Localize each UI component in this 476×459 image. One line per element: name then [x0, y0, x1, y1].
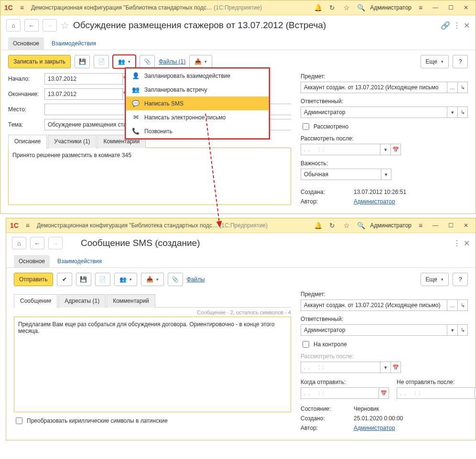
author-link[interactable]: Администратор — [354, 425, 395, 431]
help-button[interactable]: ? — [453, 273, 468, 286]
extra-dropdown[interactable]: 📥▾ — [189, 55, 212, 68]
no-send-after-input[interactable] — [397, 387, 475, 399]
label-when-send: Когда отправить: — [301, 379, 389, 385]
menu-icon[interactable]: ≡ — [17, 2, 27, 13]
more-vert-icon[interactable]: ⋮ — [453, 21, 461, 30]
calendar-icon[interactable]: 📅 — [390, 144, 401, 155]
forward-button[interactable]: → — [43, 19, 57, 32]
maximize-icon[interactable]: ☐ — [445, 220, 456, 231]
settings-icon[interactable]: ≡ — [415, 220, 426, 231]
subject-input[interactable] — [301, 299, 447, 311]
sms-icon: 💬 — [132, 100, 140, 107]
star-icon[interactable]: ☆ — [341, 2, 352, 13]
files-link[interactable]: Файлы — [187, 276, 205, 283]
menu-plan-interaction[interactable]: 👤 Запланировать взаимодействие — [126, 69, 269, 83]
star-icon[interactable]: ☆ — [341, 220, 352, 231]
history-icon[interactable]: ↻ — [327, 220, 337, 231]
send-button[interactable]: Отправить — [14, 273, 53, 286]
tab-description[interactable]: Описание — [8, 135, 47, 148]
author-link[interactable]: Администратор — [354, 198, 395, 205]
responsible-input[interactable] — [301, 107, 447, 118]
history-icon[interactable]: ↻ — [327, 2, 337, 13]
open-icon[interactable]: ↳ — [457, 324, 468, 336]
minimize-icon[interactable]: — — [430, 220, 441, 231]
settings-icon[interactable]: ≡ — [415, 2, 426, 13]
reviewed-checkbox[interactable]: Рассмотрено — [301, 122, 468, 131]
tab-comment[interactable]: Комментарий — [107, 294, 155, 308]
calendar-icon[interactable]: 📅 — [379, 387, 389, 399]
close-form-icon[interactable]: ✕ — [464, 239, 470, 248]
close-icon[interactable]: ✕ — [460, 220, 472, 231]
end-input[interactable] — [44, 88, 122, 100]
search-icon[interactable]: 🔍 — [356, 220, 366, 231]
bell-icon[interactable]: 🔔 — [313, 220, 323, 231]
more-button[interactable]: Еще — [421, 273, 449, 286]
start-input[interactable] — [44, 73, 122, 85]
tab-main[interactable]: Основное — [14, 255, 50, 267]
importance-input[interactable] — [301, 169, 381, 180]
review-after-input[interactable] — [301, 144, 380, 155]
responsible-input[interactable] — [301, 324, 447, 336]
check-button[interactable]: ✔ — [57, 273, 72, 286]
open-icon[interactable]: ↳ — [457, 299, 468, 311]
doc-button[interactable]: 📄 — [95, 273, 110, 286]
menu-write-sms[interactable]: 💬 Написать SMS — [126, 96, 269, 110]
save-button[interactable]: 💾 — [75, 55, 90, 68]
forward-button[interactable]: → — [48, 237, 63, 249]
chevron-down-icon[interactable]: ▾ — [380, 144, 390, 155]
write-close-button[interactable]: Записать и закрыть — [8, 55, 71, 68]
open-icon[interactable]: ↳ — [457, 107, 468, 118]
link-icon[interactable]: 🔗 — [441, 21, 450, 30]
search-icon[interactable]: 🔍 — [356, 2, 366, 13]
back-button[interactable]: ← — [24, 19, 39, 32]
label-importance: Важность: — [301, 160, 468, 167]
ellipsis-icon[interactable]: … — [447, 299, 457, 311]
tab-participants[interactable]: Участники (1) — [48, 135, 96, 148]
doc-button[interactable]: 📄 — [94, 55, 109, 68]
chevron-down-icon[interactable]: ▾ — [447, 324, 457, 336]
back-button[interactable]: ← — [30, 237, 44, 249]
more-button[interactable]: Еще — [421, 55, 449, 68]
people-dropdown[interactable]: 👥▾ — [114, 273, 137, 286]
subject-input[interactable] — [301, 82, 447, 93]
tab-recipients[interactable]: Адресаты (1) — [58, 294, 106, 308]
tab-main[interactable]: Основное — [8, 37, 44, 50]
maximize-icon[interactable]: ☐ — [445, 2, 456, 13]
chevron-down-icon[interactable]: ▾ — [381, 169, 391, 180]
on-control-checkbox[interactable]: На контроле — [301, 340, 468, 349]
description-text[interactable]: Принято решение разместить в комнате 345 — [8, 148, 291, 205]
favorite-star-icon[interactable]: ☆ — [61, 20, 69, 31]
open-icon[interactable]: ↳ — [457, 82, 468, 93]
review-after-input — [301, 362, 380, 373]
help-button[interactable]: ? — [453, 55, 468, 68]
menu-icon[interactable]: ≡ — [22, 220, 33, 231]
close-form-icon[interactable]: ✕ — [464, 21, 470, 30]
home-button[interactable]: ⌂ — [6, 19, 21, 32]
ellipsis-icon[interactable]: … — [447, 82, 457, 93]
menu-plan-meeting[interactable]: 👥 Запланировать встречу — [126, 83, 269, 96]
tab-message[interactable]: Сообщение — [14, 294, 57, 308]
phone-icon: 📞 — [132, 128, 140, 135]
menu-write-email[interactable]: ✉ Написать электронное письмо — [126, 110, 269, 124]
files-link[interactable]: Файлы (1) — [159, 58, 185, 65]
tab-interactions[interactable]: Взаимодействия — [47, 37, 101, 50]
message-text[interactable]: Предлагаем Вам еще раз собраться для обс… — [14, 317, 291, 412]
user-label[interactable]: Администратор — [370, 4, 411, 11]
extra-dropdown[interactable]: 📥▾ — [141, 273, 164, 286]
close-icon[interactable]: ✕ — [460, 2, 472, 13]
bell-icon[interactable]: 🔔 — [313, 2, 323, 13]
minimize-icon[interactable]: — — [430, 2, 441, 13]
attach-button[interactable]: 📎 — [168, 273, 183, 286]
home-button[interactable]: ⌂ — [12, 237, 26, 249]
tab-interactions[interactable]: Взаимодействия — [53, 255, 107, 267]
more-vert-icon[interactable]: ⋮ — [453, 239, 461, 248]
save-button[interactable]: 💾 — [76, 273, 91, 286]
label-topic: Тема: — [8, 121, 42, 128]
attach-button[interactable]: 📎 — [140, 55, 155, 68]
create-interaction-dropdown[interactable]: 👥▾ — [113, 55, 136, 68]
transliterate-checkbox[interactable]: Преобразовать кириллические символы в ла… — [14, 416, 291, 426]
when-send-input[interactable] — [301, 387, 379, 399]
menu-call[interactable]: 📞 Позвонить — [126, 124, 269, 138]
chevron-down-icon[interactable]: ▾ — [447, 107, 457, 118]
user-label[interactable]: Администратор — [370, 222, 411, 229]
